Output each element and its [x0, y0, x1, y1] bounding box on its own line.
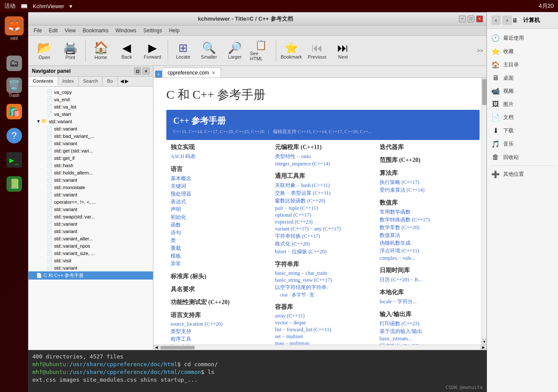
window-close-button[interactable]: × [476, 16, 483, 22]
tree-item[interactable]: 📄va_start [28, 110, 153, 118]
chm-link-keywords[interactable]: 关键词 [171, 183, 266, 190]
toolbar-forward-button[interactable]: ▶ Forward [140, 38, 165, 64]
chm-link-exception[interactable]: 异常 [171, 260, 266, 268]
chm-link-optional[interactable]: optional (C++17) [275, 212, 371, 218]
viewer-tab[interactable]: cppreference.com ✕ [162, 68, 221, 78]
chm-link-map[interactable]: map − multimap [275, 340, 371, 345]
tree-item[interactable]: 📄std::variant_npos [28, 242, 153, 249]
chm-link-nullterm[interactable]: 以空字符结尾的字符串: [275, 284, 371, 291]
tree-item[interactable]: 📄va_copy [28, 88, 153, 96]
tree-item[interactable]: 📄std::variant [28, 227, 153, 235]
activities-label[interactable]: 活动 [4, 2, 16, 10]
viewer-tab-close-icon[interactable]: ✕ [212, 70, 215, 76]
chm-link-init[interactable]: 初始化 [171, 214, 266, 221]
rs-item-recent[interactable]: 🕐 最近使用 [487, 31, 558, 45]
chm-link-basic-istream[interactable]: basic_istream... [380, 336, 475, 342]
dock-icon-ebook[interactable]: 📗 [3, 173, 25, 195]
chm-link-fpenv[interactable]: 浮点环境 (C++11) [380, 247, 475, 255]
tree-item[interactable]: 📄std::visit [28, 257, 153, 264]
chm-link-format[interactable]: 格式化 (C++20) [275, 240, 371, 248]
tree-item[interactable]: 📄std::bad_variant_... [28, 132, 153, 140]
menu-file[interactable]: File [30, 27, 45, 34]
chm-link-mathfunc[interactable]: 常用数学函数 [380, 208, 475, 216]
chm-link-swap[interactable]: 交换 − 类型运算 (C++11) [275, 190, 371, 197]
tree-item[interactable]: 📄std::variant [28, 140, 153, 147]
tree-item[interactable]: 📄std::variant_size, ... [28, 249, 153, 257]
rs-item-pictures[interactable]: 🖼 图片 [487, 98, 558, 111]
viewer-scroll-thumb[interactable] [482, 79, 486, 105]
chm-link-typetraits[interactable]: 类型特性 − ratio [275, 153, 371, 160]
toolbar-back-button[interactable]: ◀ Back [114, 38, 139, 64]
rs-item-music[interactable]: 🎵 音乐 [487, 137, 558, 151]
tree-item[interactable]: 📄std::va_list [28, 103, 153, 110]
chm-link-complex[interactable]: complex − vale... [380, 255, 475, 261]
toolbar-bookmark-button[interactable]: ⭐ Bookmark [279, 38, 304, 64]
chm-link-basic-string[interactable]: basic_string − char_traits [275, 270, 371, 277]
chm-link-strconv[interactable]: 字符串转换 (C++17) [275, 233, 371, 240]
tree-item[interactable]: 📄va_end [28, 96, 153, 103]
nav-tab-search[interactable]: Search [79, 77, 103, 86]
viewer-scroll-down-button[interactable]: ▼ [482, 339, 486, 345]
chm-link-synced[interactable]: 同步输出 (C++20) [380, 342, 475, 345]
topbar-app-arrow[interactable]: ▾ [69, 3, 72, 9]
chm-link-coroutine[interactable]: 协程支持 (C++20) [171, 343, 266, 345]
rs-item-other[interactable]: ➕ 其他位置 [487, 168, 558, 181]
chm-link-locale[interactable]: locale − 字符分... [380, 298, 475, 305]
dock-icon-trash[interactable]: 🗑️ Trash [3, 77, 25, 98]
chm-link-expr[interactable]: 表达式 [171, 198, 266, 205]
toolbar-print-button[interactable]: 🖨️ Print [58, 38, 83, 64]
rs-item-desktop[interactable]: 🖥 桌面 [487, 72, 558, 84]
menu-edit[interactable]: Edit [45, 27, 61, 34]
chm-link-ascii[interactable]: ASCII 码表 [171, 153, 266, 160]
menu-help[interactable]: Help [165, 27, 183, 34]
viewer-hscroll-left-button[interactable]: ◀ [153, 345, 159, 350]
chm-link-class[interactable]: 类 [171, 237, 266, 244]
chm-link-func[interactable]: 函数 [171, 221, 266, 229]
toolbar-open-button[interactable]: 📂 Open [32, 38, 57, 64]
toolbar-next-button[interactable]: ⏭ Next [330, 38, 355, 64]
tree-item[interactable]: 📄std::variant [28, 205, 153, 213]
rs-item-video[interactable]: 📹 视频 [487, 84, 558, 98]
chm-link-intseq[interactable]: integer_sequence (C++14) [275, 161, 371, 167]
viewer-hscroll-track[interactable] [159, 345, 480, 350]
tree-item[interactable]: 📄std::get_if [28, 154, 153, 162]
rs-item-trash[interactable]: 🗑 回收站 [487, 151, 558, 164]
nav-tab-more[interactable]: ◀ ▶ [118, 77, 131, 86]
right-sidebar-next-button[interactable]: › [502, 16, 512, 25]
chm-link-pair[interactable]: pair − tuple (C++11) [275, 205, 371, 212]
viewer-tab-expand-button[interactable]: + [155, 71, 162, 78]
chm-link-template[interactable]: 模板 [171, 252, 266, 260]
dock-icon-firefox[interactable]: 🦊 mhf [3, 16, 25, 50]
rs-item-documents[interactable]: 📄 文档 [487, 111, 558, 124]
tree-item[interactable]: ▼📁std::variant [28, 118, 153, 125]
chm-link-numalgo[interactable]: 数值算法 [380, 232, 475, 239]
toolbar-smaller-button[interactable]: 🔍 Smaller [196, 38, 221, 64]
chm-link-constrained[interactable]: 受约束算法 (C++14) [380, 187, 475, 194]
tree-item[interactable]: 📄std::variant [28, 125, 153, 132]
tree-item[interactable]: 📄std::variant [28, 176, 153, 184]
nav-tab-bo[interactable]: Bo [103, 77, 117, 86]
chm-link-progutil[interactable]: 程序工具 [171, 336, 266, 343]
rs-item-favorites[interactable]: ⭐ 收藏 [487, 45, 558, 58]
chm-link-stmt[interactable]: 语句 [171, 229, 266, 236]
nav-tab-index[interactable]: Index [58, 77, 79, 86]
tree-item[interactable]: 📄std::variant_alter... [28, 235, 153, 242]
chm-link-string-view[interactable]: basic_string_view (C++17) [275, 277, 371, 283]
viewer-hscroll-right-button[interactable]: ▶ [480, 345, 486, 350]
chm-link-execpol[interactable]: 执行策略 (C++17) [380, 179, 475, 186]
chm-link-char-types[interactable]: char · 多字节 · 宽 [275, 292, 371, 298]
chm-link-overload[interactable]: 重载 [171, 245, 266, 252]
chm-link-sourceloc[interactable]: source_location (C++20) [171, 321, 266, 327]
tree-item[interactable]: 📄std::hash [28, 162, 153, 169]
menu-bookmarks[interactable]: Bookmarks [79, 27, 112, 34]
chm-link-streams[interactable]: 基于流的输入/输出 [380, 328, 475, 335]
chm-link-prng[interactable]: 伪随机数生成 [380, 240, 475, 247]
dock-icon-terminal[interactable]: ▶_ [3, 149, 25, 171]
menu-view[interactable]: View [61, 27, 79, 34]
toolbar-more-button[interactable]: >> [477, 48, 483, 54]
viewer-hscrollbar[interactable]: ◀ ▶ [153, 345, 486, 350]
navigator-close-button[interactable]: × [143, 68, 150, 75]
chm-link-specialmath[interactable]: 数学特殊函数 (C++17) [380, 216, 475, 224]
viewer-vscrollbar[interactable]: ▲ ▼ [481, 78, 486, 345]
toolbar-locate-button[interactable]: ⊞ Locate [171, 38, 196, 64]
